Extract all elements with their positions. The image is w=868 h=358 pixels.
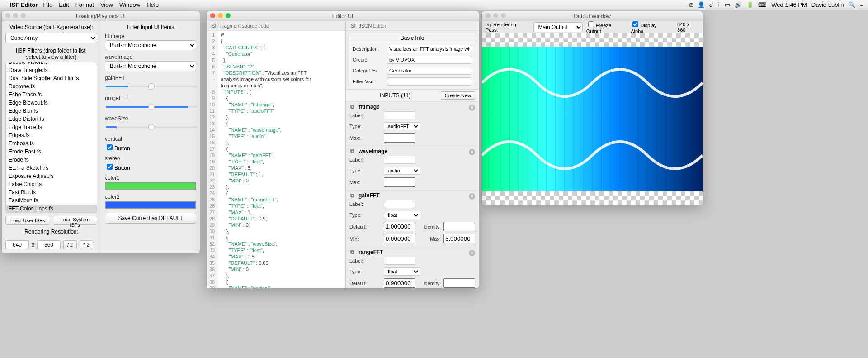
filter-item[interactable]: Double Vision.fs	[6, 62, 97, 66]
delete-input-icon[interactable]: ×	[469, 250, 475, 256]
menu-edit[interactable]: Edit	[59, 1, 69, 8]
gainfft-slider[interactable]	[106, 83, 197, 90]
volume-icon[interactable]: 🔊	[735, 1, 742, 8]
filter-item[interactable]: False Color.fs	[6, 180, 97, 188]
input-type-select[interactable]: float	[384, 267, 420, 276]
input-max-field[interactable]	[443, 234, 475, 243]
app-name[interactable]: ISF Editor	[10, 1, 38, 8]
input-type-select[interactable]: audioFFT	[384, 122, 420, 130]
close-icon[interactable]	[210, 13, 215, 18]
output-size: 640 x 360	[677, 22, 699, 33]
res-half-button[interactable]: / 2	[63, 240, 77, 249]
res-height-input[interactable]	[37, 240, 61, 249]
filter-item[interactable]: Edge Blowout.fs	[6, 99, 97, 107]
credit-field[interactable]	[387, 56, 472, 64]
save-default-button[interactable]: Save Current as DEFAULT	[105, 213, 196, 224]
input-max-field[interactable]	[384, 177, 415, 187]
filter-item[interactable]: Edges.fs	[6, 131, 97, 139]
delete-input-icon[interactable]: ×	[469, 105, 475, 111]
output-toolbar: lay Rendering Pass: Main Output Freeze O…	[482, 21, 703, 33]
d-icon[interactable]: d	[709, 1, 712, 8]
filter-item[interactable]: Exposure Adjust.fs	[6, 172, 97, 180]
input-type-select[interactable]: float	[384, 211, 420, 219]
keyboard-icon[interactable]: ⌨	[758, 1, 767, 8]
menu-format[interactable]: Format	[75, 1, 94, 8]
stereo-checkbox[interactable]: Button	[105, 165, 130, 171]
input-identity-field[interactable]	[443, 278, 475, 288]
rendering-pass-select[interactable]: Main Output	[533, 22, 583, 32]
filter-item[interactable]: Emboss.fs	[6, 139, 97, 148]
notifications-icon[interactable]: ≡	[860, 1, 863, 8]
delete-input-icon[interactable]: ×	[469, 193, 475, 200]
filter-item[interactable]: Erode-Fast.fs	[6, 148, 97, 156]
res-double-button[interactable]: * 2	[80, 240, 93, 249]
input-label-field[interactable]	[384, 156, 415, 164]
rangefft-slider[interactable]	[106, 103, 197, 110]
delete-input-icon[interactable]: ×	[469, 149, 475, 155]
freeze-output-checkbox[interactable]: Freeze Output	[586, 20, 627, 34]
spotlight-icon[interactable]: 🔍	[848, 1, 855, 8]
input-label-field[interactable]	[384, 200, 415, 208]
input-min-field[interactable]	[384, 234, 415, 243]
stereo-label: stereo	[105, 155, 196, 162]
res-width-input[interactable]	[5, 240, 29, 249]
input-identity-field[interactable]	[443, 222, 475, 231]
description-field[interactable]	[387, 45, 472, 53]
wavesize-slider[interactable]	[106, 124, 197, 131]
categories-field[interactable]	[387, 67, 472, 75]
input-label-field[interactable]	[384, 257, 415, 265]
minimize-icon[interactable]	[13, 13, 18, 18]
zoom-icon[interactable]	[226, 13, 231, 18]
menu-view[interactable]: View	[100, 1, 113, 8]
user-name[interactable]: David Lublin	[811, 1, 844, 8]
input-type-select[interactable]: audio	[384, 167, 420, 175]
video-source-select[interactable]: Cube Array	[5, 33, 97, 43]
filter-item[interactable]: Echo Trace.fs	[6, 91, 97, 99]
wifi-icon[interactable]: ⧙	[717, 1, 720, 8]
menu-window[interactable]: Window	[119, 1, 140, 8]
filtervsn-field[interactable]	[387, 77, 472, 86]
code-editor[interactable]: 1 2 3 4 5 6 7 · · 8 9 10 11 12 13 14 15 …	[207, 31, 345, 288]
vertical-checkbox[interactable]: Button	[105, 145, 130, 152]
menu-help[interactable]: Help	[146, 1, 159, 8]
camera-icon[interactable]: 👤	[698, 1, 705, 8]
battery-icon[interactable]: 🔋	[746, 1, 754, 8]
input-block: gainFFT×Label:Type:floatDefault:Identity…	[346, 191, 479, 247]
create-new-button[interactable]: Create New	[441, 91, 475, 100]
menu-file[interactable]: File	[43, 1, 52, 8]
minimize-icon[interactable]	[218, 13, 223, 18]
clock[interactable]: Wed 1:46 PM	[771, 1, 807, 8]
filter-item[interactable]: Draw Triangle.fs	[6, 66, 97, 74]
filter-item[interactable]: Edge Trace.fs	[6, 123, 97, 131]
filter-item[interactable]: Edge Blur.fs	[6, 107, 97, 115]
input-label-field[interactable]	[384, 111, 415, 119]
display-alpha-checkbox[interactable]: Display Alpha	[631, 20, 670, 34]
input-max-field[interactable]	[384, 133, 415, 143]
input-default-field[interactable]	[384, 278, 415, 288]
filter-list[interactable]: Dither-Bayer.fsDot Screen.fsDouble Visio…	[5, 62, 97, 213]
load-user-isfs-button[interactable]: Load User ISFs	[5, 216, 50, 225]
zoom-icon[interactable]	[21, 13, 26, 18]
filter-item[interactable]: FastMosh.fs	[6, 196, 97, 205]
color2-swatch[interactable]	[105, 201, 196, 209]
filter-item[interactable]: Duotone.fs	[6, 82, 97, 91]
input-name: fftImage×	[346, 104, 479, 110]
filter-item[interactable]: Edge Distort.fs	[6, 115, 97, 123]
close-icon[interactable]	[5, 13, 10, 18]
fftimage-select[interactable]: Built-in Microphone	[105, 40, 196, 50]
output-canvas	[482, 33, 703, 205]
screencast-icon[interactable]: ⎚	[689, 1, 693, 8]
filter-item[interactable]: Fast Blur.fs	[6, 188, 97, 196]
filter-item[interactable]: Erode.fs	[6, 156, 97, 164]
inputs-title: Filter Input UI Items	[105, 24, 196, 30]
load-system-isfs-button[interactable]: Load System ISFs	[53, 216, 98, 225]
display-icon[interactable]: ▭	[725, 1, 730, 8]
filter-item[interactable]: FFT Color Lines.fs	[6, 205, 97, 213]
input-default-field[interactable]	[384, 222, 415, 231]
waveimage-select[interactable]: Built-in Microphone	[105, 61, 196, 71]
filter-item[interactable]: Dual Side Scroller And Flip.fs	[6, 74, 97, 82]
filters-label: IISF Filters (drop folder to list, selec…	[5, 48, 97, 60]
filter-item[interactable]: Etch-a-Sketch.fs	[6, 164, 97, 172]
color1-swatch[interactable]	[105, 182, 196, 190]
rangefft-label: rangeFFT	[105, 95, 196, 101]
